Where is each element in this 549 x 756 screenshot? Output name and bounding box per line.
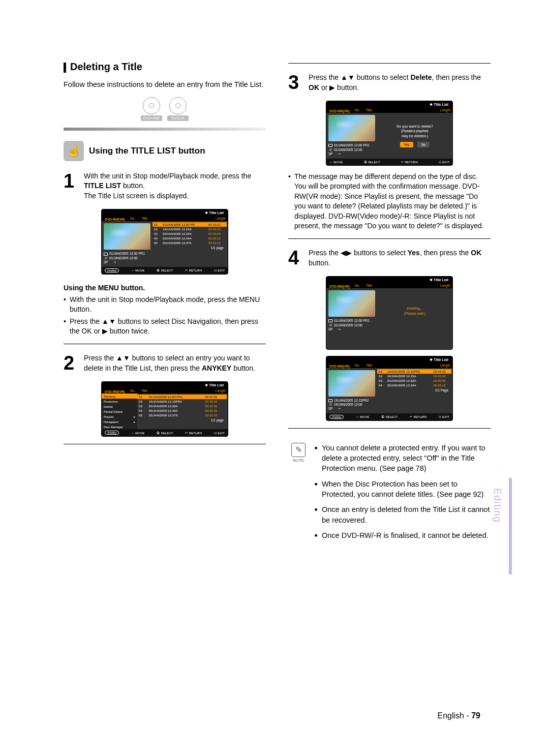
disc-icon bbox=[169, 97, 187, 114]
osd-delete-confirm: Title List DVD-RW(VR) No.TitleLength 01/… bbox=[326, 101, 453, 165]
divider bbox=[64, 344, 266, 344]
step-2-text: Press the ▲▼ buttons to select an entry … bbox=[84, 353, 266, 373]
osd-deleting: Title List DVD-RW(VR) No.TitleLength 01/… bbox=[326, 276, 453, 349]
note-label: NOTE bbox=[288, 458, 309, 463]
menu-bullets: With the unit in Stop mode/Playback mode… bbox=[64, 295, 266, 337]
page-footer: English - 79 bbox=[438, 711, 481, 720]
note-icon: ✎ bbox=[291, 443, 306, 457]
osd-anykey-menu: Title List DVD-RW(VR) No.TitleLength Ren… bbox=[101, 381, 228, 437]
disc-compat-icons: DVD-RW DVD-R bbox=[64, 97, 266, 122]
side-accent-bar bbox=[509, 478, 512, 574]
step-3-note: The message may be different depend on t… bbox=[288, 172, 491, 232]
step-number: 1 bbox=[64, 171, 79, 201]
yes-button: Yes bbox=[400, 142, 414, 147]
hand-icon: ☝ bbox=[64, 141, 84, 161]
osd-title-list: Title List DVD-RW(VR) No.TitleLength 01/… bbox=[101, 209, 228, 274]
step-number: 3 bbox=[288, 73, 303, 93]
disc-icon bbox=[143, 97, 160, 114]
step-1-text: With the unit in Stop mode/Playback mode… bbox=[84, 171, 266, 201]
step-number: 2 bbox=[64, 353, 79, 373]
using-title: Using the TITLE LIST button bbox=[89, 146, 205, 156]
title-list-table: 0101/JAN/2005 12:00 PR00:15:21 0219/JAN/… bbox=[152, 222, 227, 245]
osd-after-delete: Title List DVD-RW(VR) No.TitleLength 19/… bbox=[326, 356, 453, 421]
section-heading: Deleting a Title bbox=[64, 61, 266, 73]
context-menu: Rename Protection Delete Partial Delete … bbox=[102, 394, 137, 429]
thumbnail bbox=[104, 223, 150, 250]
menu-subheading: Using the MENU button. bbox=[64, 284, 266, 292]
divider bbox=[64, 444, 266, 444]
note-list: You cannot delete a protected entry. If … bbox=[315, 443, 491, 546]
section-tab: Editing bbox=[492, 488, 503, 523]
divider bbox=[288, 238, 491, 239]
divider bbox=[64, 128, 266, 131]
step-number: 4 bbox=[288, 248, 303, 268]
step-3-text: Press the ▲▼ buttons to select Delete, t… bbox=[309, 73, 491, 93]
divider bbox=[288, 428, 491, 429]
step-4-text: Press the ◀▶ buttons to select Yes, then… bbox=[309, 248, 491, 268]
intro-text: Follow these instructions to delete an e… bbox=[64, 80, 266, 90]
divider bbox=[288, 63, 491, 64]
no-button: No bbox=[417, 142, 430, 147]
